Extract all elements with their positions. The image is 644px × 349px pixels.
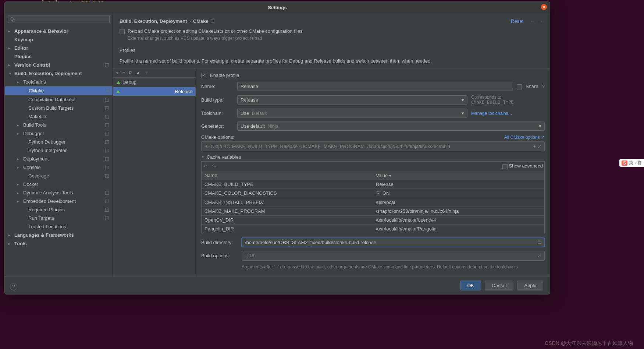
- reload-hint: External changes, such as VCS update, al…: [128, 36, 543, 41]
- up-icon[interactable]: ▲: [136, 70, 140, 76]
- buildtype-select[interactable]: Release ▾: [237, 95, 467, 105]
- tree-item-deployment[interactable]: ▸Deployment: [5, 155, 113, 163]
- tree-item-tools[interactable]: ▸Tools: [5, 239, 113, 248]
- manage-toolchains-link[interactable]: Manage toolchains...: [471, 111, 512, 116]
- triangle-icon: [116, 90, 120, 93]
- expand-icon[interactable]: ⤢: [537, 253, 541, 258]
- buildopts-value: -j 18: [245, 253, 254, 258]
- tree-item-run-targets[interactable]: Run Targets: [5, 214, 113, 222]
- chevron-down-icon: ▾: [539, 123, 541, 129]
- ok-button[interactable]: OK: [460, 281, 481, 290]
- back-icon[interactable]: ←: [530, 18, 535, 24]
- tree-item-toolchains[interactable]: ▸Toolchains: [5, 78, 113, 86]
- tree-item-build-execution-deployment[interactable]: ▼Build, Execution, Deployment: [5, 69, 113, 78]
- sort-icon: ▼: [388, 174, 392, 178]
- tree-item-python-debugger[interactable]: Python Debugger: [5, 138, 113, 146]
- tree-item-dynamic-analysis-tools[interactable]: ▸Dynamic Analysis Tools: [5, 188, 113, 197]
- folder-icon[interactable]: 🗀: [537, 239, 542, 245]
- buildopts-label: Build options:: [201, 253, 238, 258]
- buildtype-hint: Corresponds to CMAKE_BUILD_TYPE: [471, 95, 545, 105]
- profile-list: + − ⧉ ▲ ▼ DebugRelease: [113, 68, 196, 276]
- watermark: CSDN @大江东去浪淘尽千古风流人物: [545, 340, 633, 347]
- profile-debug[interactable]: Debug: [113, 78, 196, 87]
- tree-item-makefile[interactable]: Makefile: [5, 112, 113, 121]
- name-input[interactable]: [237, 82, 513, 91]
- forward-icon[interactable]: →: [538, 18, 543, 24]
- tree-item-compilation-database[interactable]: Compilation Database: [5, 95, 113, 104]
- tree-item-custom-build-targets[interactable]: Custom Build Targets: [5, 104, 113, 112]
- reset-link[interactable]: Reset: [511, 18, 523, 24]
- cache-checkbox[interactable]: [376, 191, 381, 196]
- tree-item-console[interactable]: ▸Console: [5, 163, 113, 172]
- chevron-down-icon: ▾: [462, 97, 464, 103]
- table-row[interactable]: CMAKE_MAKE_PROGRAM/snap/clion/250/bin/ni…: [202, 207, 545, 216]
- help-icon[interactable]: ?: [10, 283, 17, 290]
- buildtype-label: Build type:: [201, 97, 234, 103]
- ime-lang: 英: [629, 160, 633, 166]
- scope-icon: [211, 19, 214, 23]
- name-label: Name:: [201, 84, 234, 89]
- tree-item-cmake[interactable]: CMake: [5, 86, 113, 95]
- th-value[interactable]: Value▼: [373, 171, 545, 180]
- tree-item-editor[interactable]: ▸Editor: [5, 44, 113, 52]
- profiles-header: Profiles: [120, 47, 543, 53]
- generator-label: Generator:: [201, 123, 234, 129]
- generator-select[interactable]: Use default Ninja ▾: [237, 121, 545, 131]
- redo-icon[interactable]: ↷: [212, 163, 216, 169]
- reload-label: Reload CMake project on editing CMakeLis…: [128, 28, 302, 34]
- tree-item-build-tools[interactable]: ▸Build Tools: [5, 121, 113, 129]
- breadcrumb: Build, Execution, Deployment › CMake Res…: [113, 13, 550, 27]
- remove-icon[interactable]: −: [122, 70, 125, 76]
- tree-item-debugger[interactable]: ▸Debugger: [5, 129, 113, 138]
- table-row[interactable]: Pangolin_DIR/usr/local/lib/cmake/Pangoli…: [202, 225, 545, 233]
- expand-icon[interactable]: + ⤢: [533, 144, 541, 149]
- toolchain-select[interactable]: Use Default ▾: [237, 109, 467, 118]
- cmake-options-input[interactable]: -G Ninja -DCMAKE_BUILD_TYPE=Release -DCM…: [201, 141, 545, 151]
- down-icon[interactable]: ▼: [144, 70, 149, 76]
- share-checkbox[interactable]: [517, 84, 522, 89]
- th-name[interactable]: Name: [202, 171, 373, 180]
- enable-profile-label: Enable profile: [210, 73, 239, 78]
- copy-icon[interactable]: ⧉: [129, 70, 132, 76]
- cache-variables-label: Cache variables: [207, 154, 241, 160]
- table-row[interactable]: CMAKE_COLOR_DIAGNOSTICSON: [202, 188, 545, 198]
- ime-method: 拼: [637, 160, 642, 166]
- tree-item-plugins[interactable]: Plugins: [5, 52, 113, 61]
- tree-item-python-interpreter[interactable]: Python Interpreter: [5, 146, 113, 155]
- settings-tree: ▸Appearance & BehaviorKeymap▸EditorPlugi…: [5, 25, 113, 276]
- profile-toolbar: + − ⧉ ▲ ▼: [113, 68, 196, 78]
- search-box: [8, 15, 110, 23]
- show-advanced-checkbox[interactable]: [502, 164, 508, 169]
- tree-item-coverage[interactable]: Coverage: [5, 172, 113, 180]
- tree-item-trusted-locations[interactable]: Trusted Locations: [5, 222, 113, 231]
- tree-item-embedded-development[interactable]: ▸Embedded Development: [5, 197, 113, 205]
- help-icon[interactable]: ?: [542, 84, 545, 89]
- profile-release[interactable]: Release: [113, 87, 196, 96]
- breadcrumb-a[interactable]: Build, Execution, Deployment: [120, 18, 187, 24]
- chevron-down-icon: ▼: [201, 155, 204, 159]
- search-input[interactable]: [8, 15, 110, 23]
- reload-checkbox[interactable]: [120, 29, 125, 34]
- breadcrumb-b: CMake: [193, 18, 209, 24]
- builddir-input[interactable]: [242, 238, 545, 247]
- table-row[interactable]: OpenCV_DIR/usr/local/lib/cmake/opencv4: [202, 216, 545, 225]
- tree-item-version-control[interactable]: ▸Version Control: [5, 61, 113, 69]
- table-row[interactable]: CMAKE_BUILD_TYPERelease: [202, 180, 545, 188]
- tree-item-appearance-behavior[interactable]: ▸Appearance & Behavior: [5, 27, 113, 35]
- tree-item-keymap[interactable]: Keymap: [5, 35, 113, 44]
- enable-profile-checkbox[interactable]: [201, 73, 206, 78]
- tree-item-required-plugins[interactable]: Required Plugins: [5, 205, 113, 214]
- tree-item-docker[interactable]: ▸Docker: [5, 180, 113, 188]
- tree-item-languages-frameworks[interactable]: ▸Languages & Frameworks: [5, 231, 113, 239]
- add-icon[interactable]: +: [116, 70, 119, 76]
- close-icon[interactable]: ✕: [541, 4, 547, 10]
- table-row[interactable]: CMAKE_INSTALL_PREFIX/usr/local: [202, 198, 545, 207]
- ime-widget[interactable]: S 英 ⸱ 拼: [619, 159, 644, 167]
- buildopts-hint: Arguments after '--' are passed to the b…: [242, 264, 545, 269]
- cancel-button[interactable]: Cancel: [485, 281, 513, 290]
- all-cmake-options-link[interactable]: All CMake options ↗: [504, 135, 545, 140]
- apply-button[interactable]: Apply: [517, 281, 543, 290]
- undo-icon[interactable]: ↶: [203, 163, 207, 169]
- cache-variables-toggle[interactable]: ▼ Cache variables: [201, 154, 545, 160]
- buildopts-input[interactable]: -j 18 ⤢: [242, 251, 545, 261]
